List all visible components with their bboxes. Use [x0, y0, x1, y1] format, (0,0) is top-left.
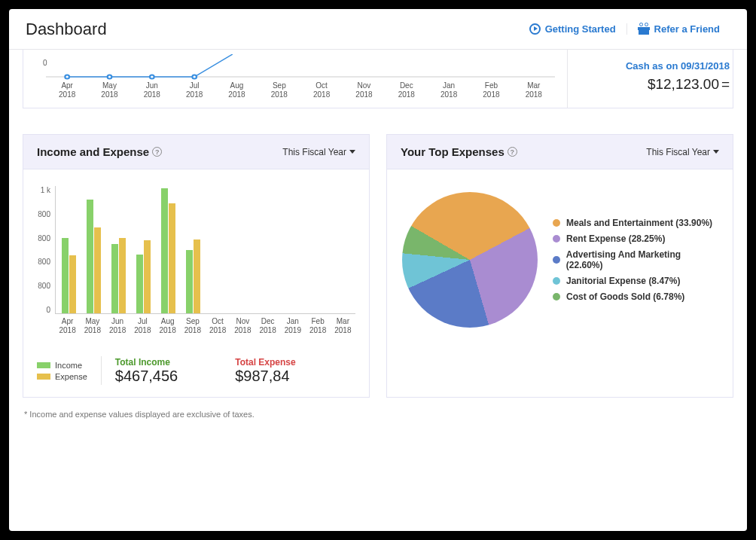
svg-point-4 — [108, 76, 111, 78]
legend-dot — [553, 219, 560, 227]
income-expense-title: Income and Expense ? — [37, 145, 162, 158]
line-x-tick: Nov2018 — [343, 81, 385, 99]
bar-y-tick: 800 — [34, 258, 50, 266]
line-x-tick: Jun2018 — [131, 81, 173, 99]
chevron-down-icon — [349, 150, 355, 154]
pie-legend-label: Janitorial Expense (8.47%) — [566, 276, 680, 286]
legend-income: Income — [37, 361, 87, 370]
line-chart-x-axis: Apr2018May2018Jun2018Jul2018Aug2018Sep20… — [46, 81, 555, 99]
line-x-tick: Jan2018 — [428, 81, 470, 99]
bar-group — [206, 186, 230, 313]
income-bar — [87, 200, 93, 313]
cash-summary: Cash as on 09/31/2018 $12,123.00 = — [567, 50, 733, 108]
expense-bar — [169, 203, 175, 313]
bar-group — [132, 186, 155, 313]
total-expense-value: $987,84 — [235, 368, 295, 385]
line-x-tick: Oct2018 — [300, 81, 343, 99]
legend-dot — [553, 256, 560, 264]
getting-started-label: Getting Started — [545, 23, 616, 35]
bar-group — [57, 186, 81, 313]
refer-friend-label: Refer a Friend — [654, 23, 720, 35]
income-bar — [186, 250, 193, 314]
refer-friend-link[interactable]: Refer a Friend — [626, 23, 730, 35]
pie-legend-label: Rent Expense (28.25%) — [566, 233, 665, 244]
pie-legend-item: Janitorial Expense (8.47%) — [553, 276, 718, 286]
pie-legend-item: Rent Expense (28.25%) — [553, 233, 718, 244]
line-x-tick: May2018 — [88, 81, 130, 99]
bar-x-tick: Nov2018 — [230, 314, 255, 335]
bar-group — [82, 186, 105, 313]
bar-group — [157, 186, 180, 313]
pie-legend-label: Meals and Entertainment (33.90%) — [566, 218, 712, 228]
top-expenses-title: Your Top Expenses ? — [401, 145, 517, 158]
income-bar — [111, 244, 118, 313]
bar-chart-legend: Income Expense — [37, 358, 87, 383]
legend-dot — [553, 293, 560, 301]
income-bar — [62, 238, 69, 313]
income-expense-range-selector[interactable]: This Fiscal Year — [282, 147, 355, 157]
bar-x-tick: Jan2019 — [280, 314, 305, 335]
expense-bar — [194, 239, 200, 313]
total-income-block: Total Income $467,456 — [115, 357, 178, 385]
bar-x-tick: May2018 — [80, 314, 105, 335]
chevron-down-icon — [713, 150, 719, 154]
cash-date-label: Cash as on 09/31/2018 — [581, 60, 730, 72]
top-expenses-header: Your Top Expenses ? This Fiscal Year — [387, 135, 733, 169]
bar-group — [281, 186, 304, 313]
gift-icon — [638, 24, 650, 35]
pie-legend-label: Advertising And Marketing (22.60%) — [566, 249, 718, 270]
pie-chart-legend: Meals and Entertainment (33.90%)Rent Exp… — [553, 212, 718, 307]
bar-y-tick: 800 — [34, 210, 50, 218]
expense-swatch — [37, 374, 50, 380]
line-x-tick: Sep2018 — [258, 81, 300, 99]
pie-legend-item: Meals and Entertainment (33.90%) — [553, 218, 718, 228]
pie-chart-container: Meals and Entertainment (33.90%)Rent Exp… — [387, 169, 733, 350]
line-x-tick: Dec2018 — [386, 81, 428, 99]
bar-chart-y-axis: 1 k8008008008000 — [34, 186, 55, 314]
line-x-tick: Mar2018 — [513, 81, 555, 99]
income-swatch — [37, 362, 50, 368]
bar-y-tick: 800 — [34, 282, 50, 290]
bar-x-tick: Jun2018 — [105, 314, 130, 335]
income-bar — [161, 188, 168, 313]
svg-point-8 — [193, 76, 195, 78]
cash-amount: $12,123.00 = — [581, 76, 730, 93]
top-expenses-card: Your Top Expenses ? This Fiscal Year Mea… — [386, 134, 733, 398]
total-income-value: $467,456 — [115, 368, 178, 385]
bar-x-tick: Sep2018 — [180, 314, 205, 335]
page-title: Dashboard — [26, 20, 107, 39]
bar-chart-bars — [55, 186, 355, 314]
total-expense-label: Total Expense — [235, 357, 295, 368]
income-expense-bar-chart: 1 k8008008008000 — [34, 186, 355, 314]
bar-group — [331, 186, 354, 313]
line-x-tick: Feb2018 — [470, 81, 512, 99]
line-x-tick: Aug2018 — [215, 81, 258, 99]
svg-point-6 — [151, 76, 153, 78]
total-income-label: Total Income — [115, 357, 178, 368]
line-x-tick: Jul2018 — [173, 81, 215, 99]
help-icon[interactable]: ? — [152, 147, 162, 157]
bar-x-tick: Dec2018 — [255, 314, 280, 335]
expense-bar — [94, 227, 101, 313]
play-circle-icon — [529, 23, 541, 35]
bar-x-tick: Oct2018 — [206, 314, 230, 335]
bar-x-tick: Jul2018 — [130, 314, 155, 335]
getting-started-link[interactable]: Getting Started — [519, 23, 626, 35]
bar-chart-container: 1 k8008008008000 Apr2018May2018Jun2018Ju… — [23, 169, 369, 343]
top-expenses-range-selector[interactable]: This Fiscal Year — [646, 147, 719, 157]
cash-flow-panel: 0 Apr2018May2018Jun2018Jul2018Aug2018Sep… — [23, 50, 733, 108]
pie-legend-item: Advertising And Marketing (22.60%) — [553, 249, 718, 270]
top-expenses-pie-chart — [402, 192, 538, 328]
expense-bar — [144, 240, 151, 313]
income-bar — [136, 255, 143, 313]
help-icon[interactable]: ? — [508, 147, 517, 157]
total-expense-block: Total Expense $987,84 — [235, 357, 295, 385]
bar-group — [306, 186, 329, 313]
bar-group — [181, 186, 205, 313]
income-expense-card: Income and Expense ? This Fiscal Year 1 … — [23, 134, 370, 398]
bar-x-tick: Mar2018 — [331, 314, 355, 335]
cash-flow-line-chart: 0 Apr2018May2018Jun2018Jul2018Aug2018Sep… — [23, 50, 567, 108]
pie-legend-item: Cost of Goods Sold (6.78%) — [553, 291, 718, 302]
svg-point-2 — [66, 76, 68, 78]
divider — [101, 356, 102, 385]
